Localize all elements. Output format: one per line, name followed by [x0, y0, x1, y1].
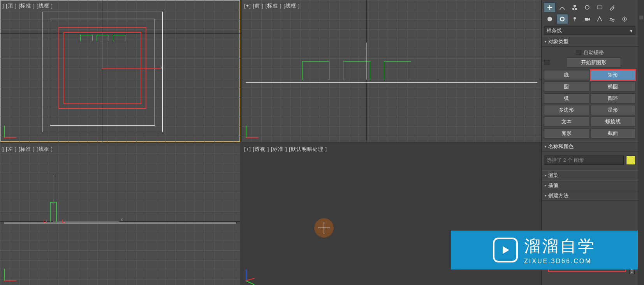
btn-rectangle[interactable]: 矩形 [591, 70, 636, 80]
shape-category-dropdown[interactable]: 样条线 ▾ [544, 26, 635, 35]
tab-motion[interactable] [581, 2, 593, 12]
watermark-banner: 溜溜自学 ZIXUE.3D66.COM [451, 231, 638, 269]
shape-green-1 [80, 35, 93, 41]
axis-vertical [117, 143, 117, 285]
autogrid-checkbox[interactable] [576, 50, 581, 55]
rollout-interpolation[interactable]: 插值 [542, 180, 638, 191]
viewport-top[interactable]: ] [顶 ] [标准 ] [线框 ] x [0, 0, 240, 142]
svg-marker-30 [588, 18, 590, 21]
green-edge-1 [50, 202, 51, 222]
view-cursor-icon [314, 218, 334, 238]
green-edge-2 [56, 202, 57, 222]
strip-handle[interactable] [639, 16, 643, 19]
watermark-logo-icon [493, 238, 518, 262]
subcat-cameras[interactable] [581, 14, 593, 24]
btn-helix[interactable]: 螺旋线 [591, 117, 636, 127]
gizmo-z [366, 43, 367, 80]
shape-green-1 [302, 61, 329, 80]
tab-hierarchy[interactable] [569, 2, 581, 12]
baseline-2 [4, 224, 236, 224]
rollout-name-color-body: 选择了 2 个 图形 [542, 152, 638, 170]
svg-marker-37 [503, 246, 509, 254]
viewport-left[interactable]: ] [左 ] [标准 ] [线框 ] x [0, 143, 240, 285]
grid [0, 143, 240, 285]
svg-point-32 [624, 18, 625, 20]
object-name-field[interactable]: 选择了 2 个 图形 [544, 156, 624, 165]
panel-main-tabs [542, 0, 638, 14]
axis-tripod-icon [4, 122, 19, 138]
axis-tripod-icon [246, 122, 261, 138]
watermark-subtitle: ZIXUE.3D66.COM [524, 258, 596, 265]
tab-display[interactable] [594, 2, 605, 12]
rollout-name-color[interactable]: 名称和颜色 [542, 142, 638, 152]
tab-utilities[interactable] [606, 2, 618, 12]
dropdown-value: 样条线 [547, 27, 562, 34]
btn-arc[interactable]: 弧 [544, 93, 589, 103]
viewport-label[interactable]: ] [顶 ] [标准 ] [线框 ] [2, 2, 53, 9]
shape-green-2 [97, 35, 109, 41]
rollout-creation-method[interactable]: 创建方法 [542, 191, 638, 201]
subcat-helpers[interactable] [594, 14, 605, 24]
svg-point-24 [547, 17, 552, 21]
watermark-title: 溜溜自学 [524, 235, 596, 257]
axis-tripod-icon [246, 266, 261, 281]
svg-rect-29 [585, 18, 588, 21]
tab-create[interactable] [544, 2, 556, 12]
subcat-spacewarps[interactable] [606, 14, 618, 24]
btn-section[interactable]: 截面 [591, 128, 636, 138]
viewport-label[interactable]: [+] [前 ] [标准 ] [线框 ] [244, 2, 300, 9]
start-new-shape-button[interactable]: 开始新图形 [566, 58, 621, 68]
object-color-swatch[interactable] [626, 156, 635, 165]
baseline-2 [246, 82, 537, 83]
btn-egg[interactable]: 卵形 [544, 128, 589, 138]
viewport-label[interactable]: ] [左 ] [标准 ] [线框 ] [2, 146, 53, 153]
shape-red-inner [63, 32, 141, 104]
axis-label-x: x [121, 217, 123, 222]
rollout-object-type[interactable]: 对象类型 [542, 37, 638, 47]
start-new-shape-checkbox[interactable] [544, 60, 549, 65]
autogrid-label: 自动栅格 [584, 49, 604, 56]
gizmo-z [53, 175, 53, 221]
subcat-geometry[interactable] [544, 14, 556, 24]
start-new-shape-row: 开始新图形 [544, 57, 635, 68]
btn-ellipse[interactable]: 椭圆 [591, 82, 636, 92]
btn-star[interactable]: 星形 [591, 105, 636, 115]
command-panel: 样条线 ▾ 对象类型 自动栅格 开始新图形 线 矩形 圆 椭圆 弧 圆环 多边形… [541, 0, 638, 285]
chevron-down-icon: ▾ [630, 28, 633, 34]
rollout-object-type-body: 自动栅格 开始新图形 线 矩形 圆 椭圆 弧 圆环 多边形 星形 文本 螺旋线 … [542, 47, 638, 142]
red-mark-1 [44, 220, 47, 223]
btn-donut[interactable]: 圆环 [591, 93, 636, 103]
viewport-label[interactable]: [+] [透视 ] [标准 ] [默认明暗处理 ] [244, 146, 327, 153]
shape-buttons-grid: 线 矩形 圆 椭圆 弧 圆环 多边形 星形 文本 螺旋线 卵形 截面 [544, 70, 635, 138]
subcat-systems[interactable] [619, 14, 630, 24]
btn-ngon[interactable]: 多边形 [544, 105, 589, 115]
svg-rect-18 [574, 5, 576, 7]
btn-circle[interactable]: 圆 [544, 82, 589, 92]
btn-line[interactable]: 线 [544, 70, 589, 80]
svg-rect-23 [597, 6, 602, 9]
subcat-shapes[interactable] [556, 14, 568, 24]
svg-rect-20 [575, 8, 577, 10]
axis-tripod-icon [4, 266, 19, 281]
rollout-render[interactable]: 渲染 [542, 170, 638, 180]
axis-horizontal [0, 221, 240, 222]
subcat-lights[interactable] [569, 14, 581, 24]
svg-rect-26 [561, 17, 564, 21]
baseline-1 [4, 222, 236, 222]
gizmo-x [53, 221, 119, 222]
create-subcategory-tabs [542, 14, 638, 26]
viewport-front[interactable]: [+] [前 ] [标准 ] [线框 ] [242, 0, 541, 142]
svg-point-27 [574, 17, 576, 19]
gizmo-x [366, 80, 436, 80]
right-edge-strip [638, 0, 644, 285]
shape-green-3 [113, 35, 125, 41]
svg-rect-19 [572, 8, 574, 10]
shape-green-3 [384, 61, 411, 80]
green-top [50, 202, 57, 203]
tab-modify[interactable] [556, 2, 568, 12]
btn-text[interactable]: 文本 [544, 117, 589, 127]
baseline-1 [246, 81, 537, 81]
autogrid-row: 自动栅格 [544, 48, 635, 57]
